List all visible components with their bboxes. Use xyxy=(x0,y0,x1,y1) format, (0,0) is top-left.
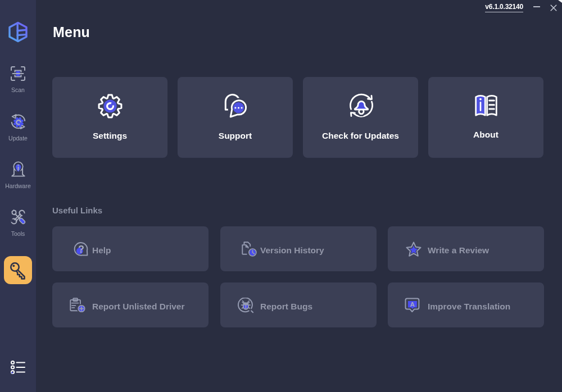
svg-text:?: ? xyxy=(78,244,84,255)
svg-text:A: A xyxy=(410,301,415,308)
